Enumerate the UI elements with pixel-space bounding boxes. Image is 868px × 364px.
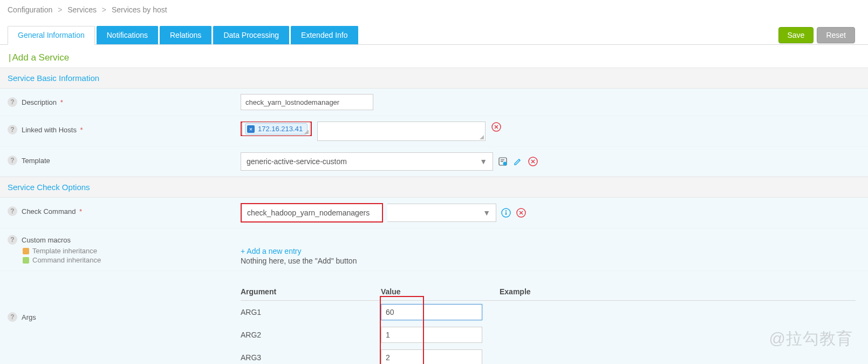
arg3-value-input[interactable] (381, 349, 482, 364)
info-icon[interactable] (501, 207, 511, 218)
row-custom-macros: ? Custom macros Template inheritance Com… (0, 228, 868, 271)
breadcrumb: Configuration > Services > Services by h… (0, 0, 868, 19)
clear-icon[interactable] (528, 156, 538, 167)
arg2-value-input[interactable] (381, 327, 482, 343)
args-header-example: Example (500, 283, 856, 301)
swatch-command-inheritance (23, 257, 29, 264)
annotation-box: × 172.16.213.41 (241, 122, 312, 136)
reset-button[interactable]: Reset (817, 27, 855, 43)
macros-empty-text: Nothing here, use the "Add" button (241, 257, 357, 265)
help-icon[interactable]: ? (8, 97, 17, 107)
arg-name: ARG2 (241, 323, 381, 346)
row-template: ? Template generic-active-service-custom… (0, 147, 868, 177)
label-args: Args (22, 313, 36, 321)
row-check-command: ? Check Command * check_hadoop_yarn_node… (0, 198, 868, 228)
help-icon[interactable]: ? (8, 312, 17, 322)
linked-hosts-input[interactable] (317, 122, 486, 141)
add-macro-link[interactable]: + Add a new entry (241, 247, 301, 255)
help-icon[interactable]: ? (8, 235, 17, 245)
args-header-value: Value (381, 283, 500, 301)
clear-icon[interactable] (491, 122, 502, 132)
svg-point-4 (503, 162, 507, 166)
arg1-value-input[interactable] (381, 304, 482, 320)
remove-tag-icon[interactable]: × (247, 125, 255, 133)
help-icon[interactable]: ? (8, 125, 17, 134)
tab-extended-info[interactable]: Extended Info (291, 26, 358, 44)
host-tag: × 172.16.213.41 (245, 123, 307, 134)
page-title: |Add a Service (0, 45, 868, 68)
breadcrumb-level-2[interactable]: Services (67, 5, 97, 14)
tabs: General Information Notifications Relati… (8, 26, 358, 44)
macros-legend: Template inheritance Command inheritance (8, 247, 101, 264)
arg-example (500, 301, 856, 324)
arg-example (500, 346, 856, 364)
row-description: ? Description * (0, 89, 868, 116)
help-icon[interactable]: ? (8, 206, 17, 216)
arg-name: ARG1 (241, 301, 381, 324)
chevron-down-icon: ▼ (480, 157, 487, 166)
chevron-right-icon: > (58, 5, 62, 14)
check-command-select-highlight: check_hadoop_yarn_nodemanagers (242, 204, 382, 221)
template-select-value: generic-active-service-custom (247, 157, 347, 166)
swatch-template-inheritance (23, 248, 29, 254)
row-args: ? Args Argument Value Example ARG1 (0, 271, 868, 364)
template-select[interactable]: generic-active-service-custom ▼ (241, 152, 493, 171)
breadcrumb-level-1[interactable]: Configuration (8, 5, 52, 14)
svg-rect-13 (505, 212, 507, 215)
tab-general-information[interactable]: General Information (8, 26, 95, 45)
arg-example (500, 323, 856, 346)
clear-icon[interactable] (516, 207, 527, 218)
args-table: Argument Value Example ARG1 ARG2 (241, 283, 856, 364)
breadcrumb-level-3[interactable]: Services by host (112, 5, 167, 14)
label-template: Template (22, 157, 50, 165)
action-buttons: Save Reset (778, 26, 861, 43)
linked-hosts-tagbox-highlight: × 172.16.213.41 (242, 122, 310, 136)
svg-line-7 (519, 159, 520, 160)
table-row: ARG2 (241, 323, 856, 346)
template-details-icon[interactable] (497, 156, 508, 167)
tab-relations[interactable]: Relations (160, 26, 211, 44)
tab-notifications[interactable]: Notifications (97, 26, 158, 44)
label-check-command: Check Command * (22, 207, 82, 215)
chevron-down-icon: ▼ (483, 208, 490, 217)
row-linked-hosts: ? Linked with Hosts * × 172.16.213.41 (0, 116, 868, 147)
description-input[interactable] (241, 94, 373, 110)
tab-data-processing[interactable]: Data Processing (213, 26, 289, 44)
args-header-argument: Argument (241, 283, 381, 301)
table-row: ARG1 (241, 301, 856, 324)
label-linked-hosts: Linked with Hosts * (22, 126, 83, 134)
topbar: General Information Notifications Relati… (0, 19, 868, 45)
check-command-value: check_hadoop_yarn_nodemanagers (247, 208, 370, 217)
arg-name: ARG3 (241, 346, 381, 364)
check-command-select[interactable]: ▼ (387, 204, 496, 222)
chevron-right-icon: > (102, 5, 106, 14)
save-button[interactable]: Save (778, 27, 814, 43)
section-check-options: Service Check Options (0, 177, 868, 198)
table-row: ARG3 (241, 346, 856, 364)
annotation-box: check_hadoop_yarn_nodemanagers (241, 203, 383, 223)
label-custom-macros: Custom macros (22, 236, 71, 244)
host-tag-label: 172.16.213.41 (258, 125, 303, 133)
help-icon[interactable]: ? (8, 156, 17, 165)
section-basic-info: Service Basic Information (0, 68, 868, 89)
label-description: Description * (22, 98, 63, 106)
svg-point-12 (505, 210, 507, 211)
edit-icon[interactable] (512, 156, 523, 167)
